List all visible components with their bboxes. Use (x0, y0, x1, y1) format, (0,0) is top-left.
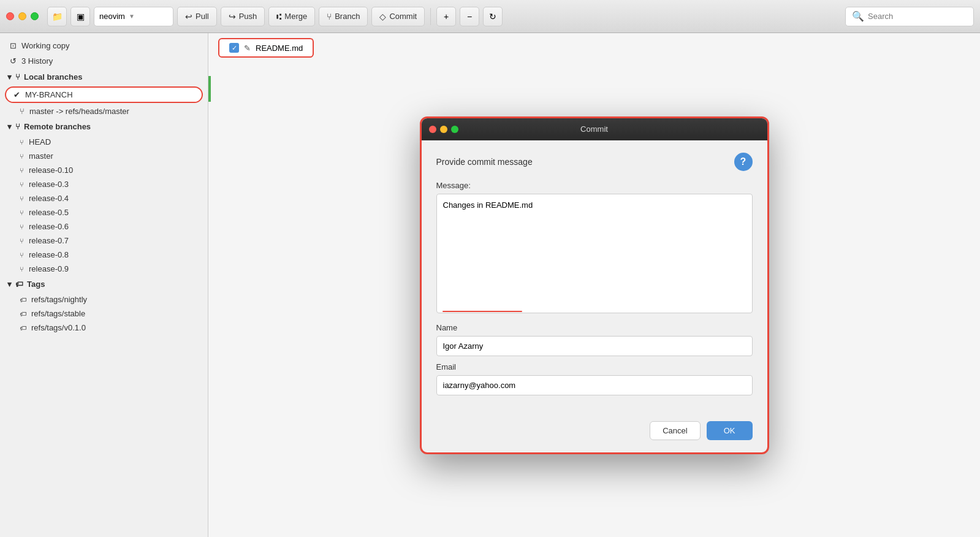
nav-back-icon[interactable]: 📁 (47, 7, 67, 26)
sidebar-item-remote-master[interactable]: ⑂master (0, 149, 208, 163)
commit-button[interactable]: ◇ Commit (371, 7, 425, 26)
commit-icon: ◇ (379, 12, 386, 21)
branch-label: Branch (335, 12, 360, 21)
traffic-lights (6, 12, 39, 20)
branch-icon: ⑂ (20, 167, 24, 174)
push-button[interactable]: ↪ Push (221, 7, 265, 26)
push-icon: ↪ (229, 12, 236, 21)
tag-name: refs/tags/nightly (31, 295, 87, 304)
local-branches-section[interactable]: ▾ ⑂ Local branches (0, 69, 208, 85)
sidebar-item-remote-release-0-7[interactable]: ⑂release-0.7 (0, 234, 208, 248)
tags-section[interactable]: ▾ 🏷 Tags (0, 276, 208, 292)
name-input[interactable] (436, 336, 753, 356)
sidebar-item-tag-refs/tags/v0.1.0[interactable]: 🏷refs/tags/v0.1.0 (0, 321, 208, 335)
branch-button[interactable]: ⑂ Branch (319, 7, 368, 26)
remove-button[interactable]: − (460, 7, 479, 26)
close-button[interactable] (6, 12, 14, 20)
modal-overlay: Commit Provide commit message ? Message:… (208, 33, 980, 537)
tag-icon: 🏷 (20, 310, 26, 318)
chevron-down-icon: ▼ (129, 13, 135, 20)
modal-heading: Provide commit message (436, 157, 533, 167)
remote-branch-name: release-0.10 (29, 166, 73, 175)
remote-branch-name: release-0.3 (29, 180, 69, 189)
modal-minimize-button[interactable] (440, 126, 447, 133)
sidebar-item-remote-head[interactable]: ⑂HEAD (0, 135, 208, 149)
branch-icon: ⑂ (20, 251, 24, 259)
sidebar-item-remote-release-0-3[interactable]: ⑂release-0.3 (0, 177, 208, 191)
master-label: master -> refs/heads/master (29, 107, 129, 116)
cancel-button[interactable]: Cancel (650, 421, 700, 440)
sidebar-item-working-copy[interactable]: ⊡ Working copy (0, 38, 208, 53)
email-input[interactable] (436, 375, 753, 395)
repo-selector[interactable]: neovim ▼ (94, 7, 173, 26)
remote-branches-label: Remote branches (24, 122, 91, 131)
pull-icon: ↩ (185, 12, 192, 21)
modal-header-row: Provide commit message ? (436, 153, 753, 171)
tags-label: Tags (27, 280, 45, 289)
modal-body: Provide commit message ? Message: Name E… (422, 140, 767, 414)
search-icon: 🔍 (852, 10, 864, 22)
ok-button[interactable]: OK (707, 421, 753, 440)
remote-branch-icon: ⑂ (15, 122, 20, 131)
modal-maximize-button[interactable] (451, 126, 458, 133)
search-box[interactable]: 🔍 (845, 7, 974, 26)
minimize-button[interactable] (18, 12, 26, 20)
maximize-button[interactable] (31, 12, 39, 20)
working-copy-label: Working copy (21, 41, 70, 50)
main-layout: ⊡ Working copy ↺3 History ▾ ⑂ Local bran… (0, 33, 980, 537)
collapse-icon-remote: ▾ (7, 122, 12, 131)
titlebar: 📁 ▣ neovim ▼ ↩ Pull ↪ Push ⑆ Merge ⑂ Bra… (0, 0, 980, 33)
tag-icon: 🏷 (20, 324, 26, 332)
modal-close-button[interactable] (429, 126, 436, 133)
remote-branch-name: release-0.6 (29, 222, 69, 231)
pull-button[interactable]: ↩ Pull (177, 7, 217, 26)
sidebar-item-tag-refs/tags/stable[interactable]: 🏷refs/tags/stable (0, 307, 208, 321)
sidebar-item-remote-release-0-4[interactable]: ⑂release-0.4 (0, 191, 208, 205)
sidebar-item-remote-release-0-5[interactable]: ⑂release-0.5 (0, 205, 208, 219)
sidebar-item-tag-refs/tags/nightly[interactable]: 🏷refs/tags/nightly (0, 292, 208, 307)
message-textarea-wrap (436, 194, 753, 323)
sidebar-item-history[interactable]: ↺3 History (0, 53, 208, 69)
remote-branch-name: release-0.5 (29, 208, 69, 217)
message-textarea[interactable] (436, 194, 753, 313)
sidebar-item-remote-release-0-6[interactable]: ⑂release-0.6 (0, 219, 208, 234)
sidebar-item-remote-release-0-9[interactable]: ⑂release-0.9 (0, 262, 208, 276)
modal-titlebar: Commit (422, 118, 767, 140)
tags-list: 🏷refs/tags/nightly🏷refs/tags/stable🏷refs… (0, 292, 208, 335)
search-input[interactable] (868, 12, 971, 21)
branch-section-icon: ⑂ (15, 72, 20, 82)
remote-branch-name: master (29, 151, 53, 161)
separator (430, 8, 431, 25)
merge-button[interactable]: ⑆ Merge (268, 7, 315, 26)
remote-branch-name: HEAD (29, 137, 51, 147)
branch-icon: ⑂ (20, 195, 24, 202)
tag-name: refs/tags/v0.1.0 (31, 323, 86, 332)
my-branch-label: MY-BRANCH (25, 90, 73, 99)
refresh-button[interactable]: ↻ (483, 7, 503, 26)
remote-branches-list: ⑂HEAD⑂master⑂release-0.10⑂release-0.3⑂re… (0, 135, 208, 276)
tag-icon: 🏷 (20, 296, 26, 303)
sidebar-item-remote-release-0-8[interactable]: ⑂release-0.8 (0, 248, 208, 262)
modal-footer: Cancel OK (422, 414, 767, 452)
name-label: Name (436, 323, 753, 332)
add-button[interactable]: + (436, 7, 456, 26)
collapse-icon-tags: ▾ (7, 280, 12, 289)
sidebar-item-my-branch[interactable]: ✔ MY-BRANCH (5, 86, 203, 103)
branch-icon: ⑂ (20, 153, 24, 160)
window-icon[interactable]: ▣ (70, 7, 90, 26)
branch-icon: ⑂ (327, 12, 332, 21)
sidebar-item-remote-release-0-10[interactable]: ⑂release-0.10 (0, 163, 208, 177)
commit-modal: Commit Provide commit message ? Message:… (420, 116, 769, 454)
content-area: ✓ ✎ README.md Commit (208, 33, 980, 537)
history-icon: ↺ (10, 56, 17, 66)
help-button[interactable]: ? (734, 153, 753, 171)
branch-icon: ⑂ (20, 237, 24, 245)
branch-icon: ⑂ (20, 223, 24, 230)
modal-traffic-lights (429, 126, 458, 133)
remote-branch-name: release-0.4 (29, 194, 69, 203)
remote-branch-name: release-0.7 (29, 236, 69, 245)
remote-branch-name: release-0.8 (29, 250, 69, 259)
email-label: Email (436, 362, 753, 371)
sidebar-item-master[interactable]: ⑂ master -> refs/heads/master (0, 104, 208, 118)
remote-branches-section[interactable]: ▾ ⑂ Remote branches (0, 118, 208, 135)
